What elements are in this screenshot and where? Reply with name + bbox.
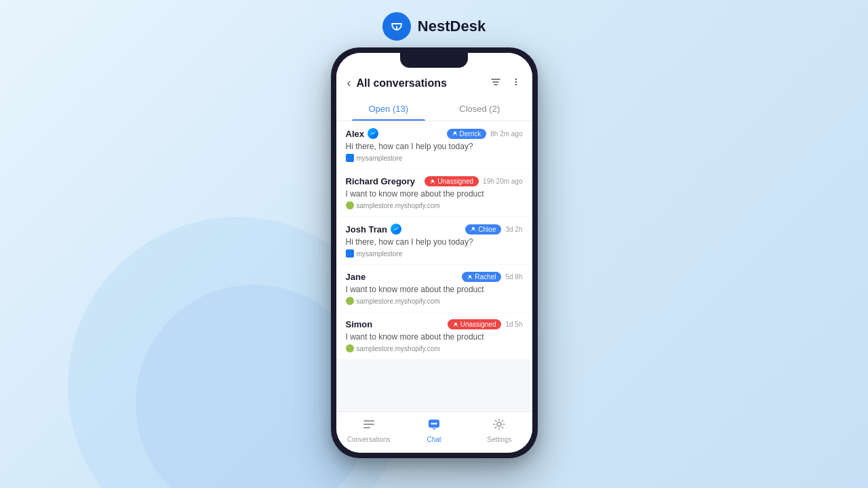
menu-icon[interactable] xyxy=(511,77,521,90)
conv-source: mysamplestore xyxy=(346,154,523,162)
svg-point-16 xyxy=(431,423,433,425)
nav-item-chat[interactable]: Chat xyxy=(401,418,467,443)
conversation-item-simon[interactable]: Simon Unassigned 1d 5h I want to know mo… xyxy=(336,312,532,359)
nav-item-settings[interactable]: Settings xyxy=(467,418,532,443)
conv-name: Simon xyxy=(346,319,373,329)
svg-point-19 xyxy=(497,422,501,426)
conv-source: samplestore.myshopify.com xyxy=(346,201,523,209)
conv-name: Richard Gregory xyxy=(346,176,416,186)
app-header: NestDesk xyxy=(382,12,486,41)
conversation-item-josh[interactable]: Josh Tran xyxy=(336,217,532,264)
svg-point-4 xyxy=(515,83,516,85)
conv-time: 5d 8h xyxy=(505,273,522,281)
conv-name: Jane xyxy=(346,272,366,282)
conv-time: 8h 2m ago xyxy=(490,130,522,138)
messenger-icon xyxy=(391,224,401,235)
svg-point-17 xyxy=(433,423,435,425)
conversation-list: Alex xyxy=(336,121,532,411)
conv-name: Alex xyxy=(346,128,378,139)
conversation-item-alex[interactable]: Alex xyxy=(336,121,532,169)
app-title: NestDesk xyxy=(418,18,486,35)
conv-message: Hi there, how can I help you today? xyxy=(346,237,523,247)
svg-point-3 xyxy=(515,81,516,82)
conv-time: 3d 2h xyxy=(505,226,522,233)
conv-source: samplestore.myshopify.com xyxy=(346,297,523,305)
screen-title: All conversations xyxy=(357,77,447,89)
conv-source: mysamplestore xyxy=(346,249,523,258)
back-button[interactable]: ‹ xyxy=(347,76,351,90)
phone-notch xyxy=(400,53,468,68)
assignee-badge: Chloe xyxy=(465,224,501,235)
app-logo xyxy=(382,12,411,41)
settings-nav-label: Settings xyxy=(487,436,511,443)
assignee-badge: Rachel xyxy=(462,272,501,282)
bottom-nav: Conversations Chat xyxy=(336,411,532,453)
svg-point-1 xyxy=(396,29,397,30)
svg-point-18 xyxy=(435,423,437,425)
tab-closed[interactable]: Closed (2) xyxy=(434,97,526,121)
svg-rect-14 xyxy=(363,427,370,428)
assignee-badge: Unassigned xyxy=(425,176,479,186)
conversations-nav-icon xyxy=(362,418,376,434)
nav-item-conversations[interactable]: Conversations xyxy=(336,418,401,443)
phone-frame: ‹ All conversations xyxy=(331,47,538,458)
messenger-icon xyxy=(368,128,378,139)
tab-open[interactable]: Open (13) xyxy=(343,97,435,121)
conv-message: I want to know more about the product xyxy=(346,189,523,199)
tabs-container: Open (13) Closed (2) xyxy=(336,97,532,121)
conv-message: I want to know more about the product xyxy=(346,332,523,342)
chat-nav-icon xyxy=(427,418,441,434)
conversation-item-jane[interactable]: Jane Rachel 5d 8h I want to know more ab… xyxy=(336,265,532,312)
assignee-badge: Unassigned xyxy=(448,319,502,329)
assignee-badge: Derrick xyxy=(447,129,487,139)
conv-message: I want to know more about the product xyxy=(346,285,523,294)
chat-nav-label: Chat xyxy=(427,436,441,443)
settings-nav-icon xyxy=(492,418,506,434)
conv-message: Hi there, how can I help you today? xyxy=(346,142,523,151)
svg-rect-13 xyxy=(363,424,374,425)
svg-point-2 xyxy=(515,78,516,79)
conv-time: 19h 20m ago xyxy=(483,178,522,185)
conv-name: Josh Tran xyxy=(346,224,401,235)
conv-source: samplestore.myshopify.com xyxy=(346,344,523,352)
filter-icon[interactable] xyxy=(490,77,501,90)
conversation-item-richard[interactable]: Richard Gregory Unassigned 19h 20m ago I… xyxy=(336,169,532,216)
svg-rect-12 xyxy=(363,420,374,422)
conversations-nav-label: Conversations xyxy=(347,436,391,443)
phone-screen: ‹ All conversations xyxy=(336,53,532,453)
conv-time: 1d 5h xyxy=(505,321,522,328)
